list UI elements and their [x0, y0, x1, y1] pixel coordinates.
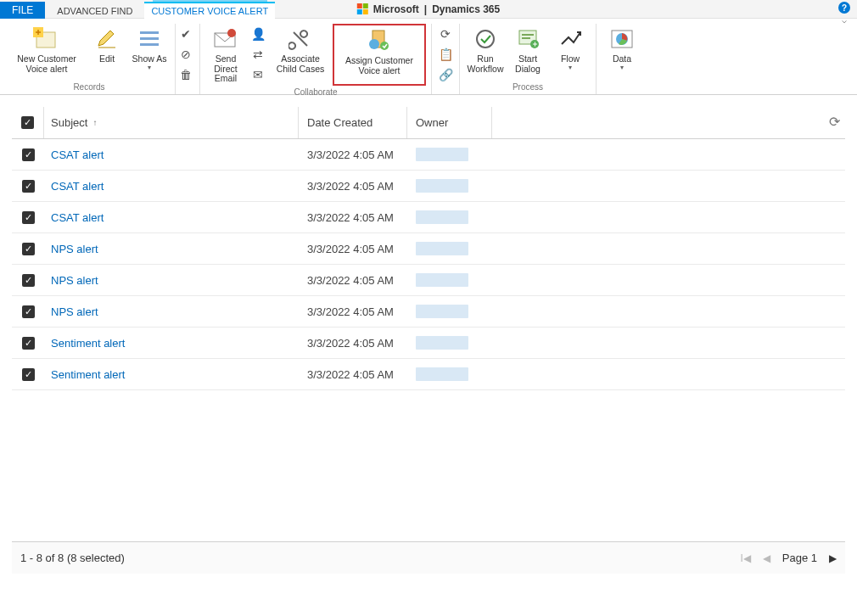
row-checkbox[interactable]: ✓ [12, 305, 44, 318]
ribbon-group-process: Run Workflow Start Dialog Flow ▾ Process [460, 24, 597, 94]
row-owner [407, 210, 492, 224]
row-subject-link[interactable]: Sentiment alert [44, 368, 299, 381]
data-button[interactable]: Data ▾ [602, 24, 642, 81]
tab-customer-voice-alert[interactable]: CUSTOMER VOICE ALERT [144, 2, 275, 19]
assign-customer-voice-alert-button[interactable]: Assign Customer Voice alert [333, 24, 426, 86]
checkbox-icon[interactable]: ✓ [22, 368, 35, 381]
owner-placeholder [416, 336, 468, 350]
app-header: FILE ADVANCED FIND LIST TOOLS CUSTOMER V… [0, 0, 857, 19]
send-direct-email-button[interactable]: Send Direct Email [205, 24, 246, 86]
checkbox-icon[interactable]: ✓ [22, 274, 35, 287]
checkbox-icon[interactable]: ✓ [21, 116, 34, 129]
row-checkbox[interactable]: ✓ [12, 211, 44, 224]
pager: I◀ ◀ Page 1 ▶ [740, 552, 837, 564]
svg-point-10 [477, 31, 494, 48]
associate-child-cases-button[interactable]: Associate Child Cases [270, 24, 331, 86]
ribbon-mini-actions: ✔ ⊘ 🗑 [176, 24, 200, 94]
owner-placeholder [416, 305, 468, 318]
select-all-column[interactable]: ✓ [12, 107, 44, 138]
column-date-created[interactable]: Date Created [299, 107, 407, 138]
row-date: 3/3/2022 4:05 AM [299, 368, 407, 381]
process-group-label: Process [513, 81, 543, 94]
refresh-mini-icon[interactable]: ⟳ [437, 25, 454, 42]
row-subject-link[interactable]: NPS alert [44, 274, 299, 287]
new-record-icon [33, 25, 60, 53]
checkbox-icon[interactable]: ✓ [22, 211, 35, 224]
share-icon[interactable]: ⇄ [249, 46, 266, 63]
chevron-down-icon: ▾ [148, 64, 151, 72]
row-checkbox[interactable]: ✓ [12, 243, 44, 255]
tab-list-tools-group: LIST TOOLS CUSTOMER VOICE ALERT [144, 0, 275, 19]
brand-company: Microsoft [373, 3, 419, 15]
table-row[interactable]: ✓CSAT alert3/3/2022 4:05 AM [12, 171, 845, 202]
flow-button[interactable]: Flow ▾ [550, 24, 591, 81]
row-checkbox[interactable]: ✓ [12, 148, 44, 161]
assign-alert-icon [366, 27, 393, 54]
chevron-down-icon: ▾ [569, 64, 572, 72]
show-as-button[interactable]: Show As ▾ [129, 24, 170, 81]
row-owner [407, 367, 492, 381]
svg-rect-12 [522, 34, 534, 36]
row-subject-link[interactable]: CSAT alert [44, 180, 299, 193]
selection-status: 1 - 8 of 8 (8 selected) [20, 552, 125, 564]
edit-button[interactable]: Edit [87, 24, 127, 81]
row-checkbox[interactable]: ✓ [12, 368, 44, 381]
run-workflow-button[interactable]: Run Workflow [465, 24, 506, 81]
ribbon-group-records: New Customer Voice alert Edit Show As ▾ … [3, 24, 176, 94]
table-row[interactable]: ✓NPS alert3/3/2022 4:05 AM [12, 265, 845, 296]
table-row[interactable]: ✓Sentiment alert3/3/2022 4:05 AM [12, 359, 845, 390]
delete-icon[interactable]: 🗑 [177, 66, 194, 83]
first-page-icon[interactable]: I◀ [740, 552, 750, 564]
email-link-icon[interactable]: ✉ [249, 66, 266, 83]
table-row[interactable]: ✓NPS alert3/3/2022 4:05 AM [12, 296, 845, 328]
associate-child-label: Associate Child Cases [272, 54, 329, 74]
tab-advanced-find[interactable]: ADVANCED FIND [45, 3, 144, 19]
grid-body: ✓CSAT alert3/3/2022 4:05 AM✓CSAT alert3/… [12, 139, 845, 390]
row-checkbox[interactable]: ✓ [12, 274, 44, 287]
row-subject-link[interactable]: CSAT alert [44, 148, 299, 161]
checkbox-icon[interactable]: ✓ [22, 148, 35, 161]
column-owner[interactable]: Owner [407, 107, 492, 138]
row-subject-link[interactable]: Sentiment alert [44, 337, 299, 350]
deactivate-icon[interactable]: ⊘ [177, 46, 194, 63]
row-checkbox[interactable]: ✓ [12, 337, 44, 350]
checkbox-icon[interactable]: ✓ [22, 305, 35, 318]
dialog-icon [514, 25, 541, 53]
new-customer-voice-alert-button[interactable]: New Customer Voice alert [8, 24, 85, 81]
prev-page-icon[interactable]: ◀ [763, 552, 770, 564]
row-date: 3/3/2022 4:05 AM [299, 243, 407, 255]
row-subject-link[interactable]: CSAT alert [44, 211, 299, 224]
row-subject-link[interactable]: NPS alert [44, 243, 299, 255]
refresh-icon[interactable]: ⟳ [829, 114, 840, 130]
checkbox-icon[interactable]: ✓ [22, 243, 35, 255]
tools-icon [287, 25, 314, 53]
row-owner [407, 336, 492, 350]
flow-label: Flow [561, 54, 580, 64]
chart-icon [608, 25, 636, 53]
tab-file[interactable]: FILE [0, 2, 45, 19]
table-row[interactable]: ✓Sentiment alert3/3/2022 4:05 AM [12, 328, 845, 359]
grid-footer: 1 - 8 of 8 (8 selected) I◀ ◀ Page 1 ▶ [12, 541, 845, 574]
row-checkbox[interactable]: ✓ [12, 180, 44, 193]
svg-point-8 [369, 39, 379, 49]
row-date: 3/3/2022 4:05 AM [299, 305, 407, 318]
checkbox-icon[interactable]: ✓ [22, 180, 35, 193]
checkbox-icon[interactable]: ✓ [22, 337, 35, 350]
copy-link-icon[interactable]: 📋 [437, 46, 454, 63]
next-page-icon[interactable]: ▶ [829, 552, 837, 564]
link-icon[interactable]: 🔗 [437, 66, 454, 83]
table-row[interactable]: ✓NPS alert3/3/2022 4:05 AM [12, 233, 845, 265]
row-subject-link[interactable]: NPS alert [44, 305, 299, 318]
help-icon[interactable]: ? [838, 2, 850, 14]
ribbon-group-collaborate: Send Direct Email 👤 ⇄ ✉ Associate Child … [200, 24, 432, 94]
start-dialog-button[interactable]: Start Dialog [507, 24, 548, 81]
table-row[interactable]: ✓CSAT alert3/3/2022 4:05 AM [12, 202, 845, 233]
collapse-ribbon-icon[interactable]: ⌵ [842, 15, 847, 25]
assign-icon[interactable]: 👤 [249, 25, 266, 42]
svg-rect-2 [140, 31, 159, 34]
column-subject[interactable]: Subject ↑ [44, 107, 299, 138]
svg-rect-3 [140, 37, 159, 40]
table-row[interactable]: ✓CSAT alert3/3/2022 4:05 AM [12, 139, 845, 171]
row-owner [407, 305, 492, 318]
activate-icon[interactable]: ✔ [177, 25, 194, 42]
